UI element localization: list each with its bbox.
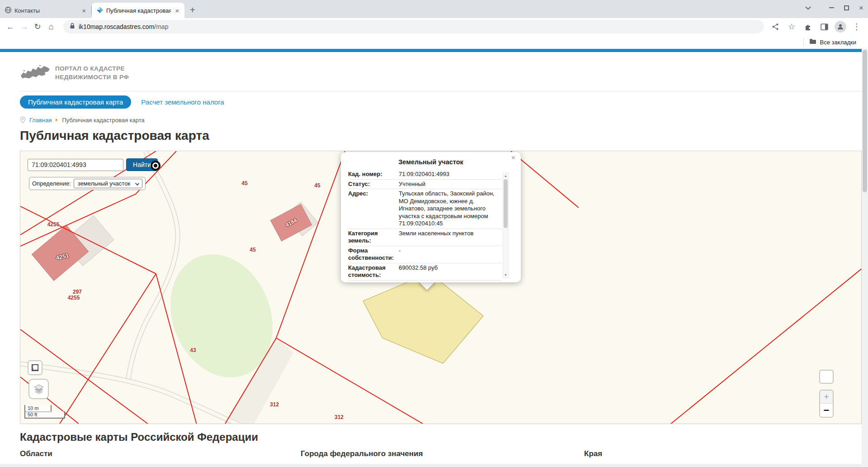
parcel-label: 45 xyxy=(314,182,320,189)
map-search: Найти xyxy=(28,158,158,171)
header-divider xyxy=(20,91,862,91)
footer-columns: Области Города федерального значения Кра… xyxy=(20,449,862,458)
layers-icon xyxy=(33,383,45,395)
globe-icon xyxy=(5,6,12,15)
table-row: Форма собственности: - xyxy=(348,246,502,263)
footer-column-krais: Края xyxy=(584,449,602,458)
browser-toolbar: ← → ↻ ⌂ ik10map.roscadastres.com/map ☆ ⋮ xyxy=(0,18,868,35)
window-maximize-button[interactable] xyxy=(844,5,849,10)
url-text: ik10map.roscadastres.com/map xyxy=(79,23,168,30)
site-nav: Публичная кадастровая карта Расчет земел… xyxy=(20,95,862,109)
tab-close-icon[interactable]: × xyxy=(174,7,181,14)
page-scrollbar[interactable] xyxy=(862,49,868,467)
home-button[interactable]: ⌂ xyxy=(44,20,58,33)
parcel-label: 312 xyxy=(335,414,344,420)
scroll-up-icon[interactable]: ▲ xyxy=(503,173,508,178)
bookmark-star-icon[interactable]: ☆ xyxy=(786,20,797,33)
parcel-label: 45 xyxy=(241,180,247,186)
browser-tab-strip: Контакты × Публичная кадастровая ка × + … xyxy=(0,0,868,18)
table-row: Кад. номер: 71:09:020401:4993 xyxy=(348,170,502,180)
breadcrumb-current: Публичная кадастровая карта xyxy=(62,117,144,124)
page-scrollbar-thumb[interactable] xyxy=(863,50,867,192)
tab-title: Публичная кадастровая ка xyxy=(106,7,171,14)
map-pin-icon xyxy=(20,116,26,124)
fullscreen-button[interactable] xyxy=(819,370,834,384)
object-type-filter: Определение: земельный участок xyxy=(29,177,146,190)
chevron-down-icon xyxy=(135,181,139,186)
object-type-select[interactable]: земельный участок xyxy=(74,179,142,188)
forward-button[interactable]: → xyxy=(17,20,31,33)
browser-menu-kebab-icon[interactable]: ⋮ xyxy=(851,20,863,33)
parcel-label: 45 xyxy=(250,247,255,253)
back-button[interactable]: ← xyxy=(4,20,17,33)
table-row: Кадастровая стоимость: 690032.58 руб xyxy=(348,263,502,281)
nav-tab-public-cadastral-map[interactable]: Публичная кадастровая карта xyxy=(20,95,131,109)
reload-button[interactable]: ↻ xyxy=(31,20,44,33)
page-title: Публичная кадастровая карта xyxy=(20,129,862,143)
site-favicon xyxy=(96,6,104,15)
table-row: Статус: Учтенный xyxy=(348,180,502,190)
parcel-label: 4255 xyxy=(47,221,60,228)
map-scale-bar: 10 m 50 ft xyxy=(24,405,65,419)
cadastral-number-input[interactable] xyxy=(28,159,123,171)
parcel-label: 297 xyxy=(73,289,82,295)
window-minimize-button[interactable] xyxy=(829,7,834,8)
new-tab-button[interactable]: + xyxy=(190,5,195,15)
popup-close-icon[interactable]: × xyxy=(511,154,515,162)
parcel-label: 312 xyxy=(270,401,279,408)
zoom-control: + − xyxy=(819,390,834,418)
breadcrumb-arrow-icon xyxy=(56,118,58,122)
all-bookmarks-label[interactable]: Все закладки xyxy=(820,39,856,46)
site-accent-bar xyxy=(0,49,862,52)
parcel-label: 43 xyxy=(190,347,196,353)
bookmarks-bar: Все закладки xyxy=(0,35,868,49)
popup-scrollbar[interactable]: ▲ ▼ xyxy=(503,173,509,278)
zoom-in-button[interactable]: + xyxy=(820,391,833,404)
table-row: Категория земель: Земли населенных пункт… xyxy=(348,229,502,246)
breadcrumb: Главная Публичная кадастровая карта xyxy=(20,116,862,124)
site-logo[interactable]: ПОРТАЛ О КАДАСТРЕ НЕДВИЖИМОСТИ В РФ xyxy=(20,61,862,85)
scale-feet: 50 ft xyxy=(24,411,65,419)
window-close-button[interactable]: × xyxy=(859,5,863,10)
parcel-attributes-table: Кад. номер: 71:09:020401:4993 Статус: Уч… xyxy=(348,170,502,282)
zoom-out-button[interactable]: − xyxy=(820,404,833,417)
cadastral-map[interactable]: 4255 4251 297 4255 4184 45 45 45 43 312 … xyxy=(20,151,862,424)
side-panel-icon[interactable] xyxy=(818,20,830,33)
tab-search-chevron-icon[interactable] xyxy=(805,4,811,12)
parcel-label: 4255 xyxy=(68,295,80,301)
scroll-down-icon[interactable]: ▼ xyxy=(503,272,508,277)
measure-tool-button[interactable] xyxy=(28,360,42,375)
footer-strip xyxy=(0,464,862,467)
parcel-info-popup: × Земельный участок Кад. номер: 71:09:02… xyxy=(341,152,521,282)
table-row: Адрес: Тульская область, Заокский район,… xyxy=(348,189,502,229)
tab-close-icon[interactable]: × xyxy=(80,7,88,14)
bookmarks-folder-icon xyxy=(809,38,816,46)
address-bar[interactable]: ik10map.roscadastres.com/map xyxy=(63,20,764,33)
browser-tab-cadastral-map[interactable]: Публичная кадастровая ка × xyxy=(92,3,184,18)
browser-tab-contacts[interactable]: Контакты × xyxy=(0,3,91,18)
mouse-cursor-indicator xyxy=(151,161,160,171)
filter-label: Определение: xyxy=(32,180,71,187)
footer-column-regions: Области xyxy=(20,449,301,458)
tab-title: Контакты xyxy=(14,7,78,14)
bookmarks-separator xyxy=(803,38,804,46)
layers-button[interactable] xyxy=(28,379,49,399)
share-icon[interactable] xyxy=(769,20,781,33)
profile-avatar[interactable] xyxy=(835,21,846,33)
russia-map-logo-icon xyxy=(20,63,51,83)
measure-icon xyxy=(31,363,39,372)
table-row: Уточненная площадь: 1758 кв.м xyxy=(348,281,502,283)
extensions-puzzle-icon[interactable] xyxy=(802,20,814,33)
popup-scrollbar-thumb[interactable] xyxy=(504,179,508,228)
lock-icon xyxy=(70,23,75,31)
nav-tab-land-tax-calc[interactable]: Расчет земельного налога xyxy=(141,98,224,106)
breadcrumb-home-link[interactable]: Главная xyxy=(29,117,52,124)
site-logo-text: ПОРТАЛ О КАДАСТРЕ НЕДВИЖИМОСТИ В РФ xyxy=(55,64,129,81)
footer-column-federal-cities: Города федерального значения xyxy=(301,449,584,458)
footer-heading: Кадастровые карты Российской Федерации xyxy=(20,431,862,443)
popup-title: Земельный участок xyxy=(341,158,521,166)
